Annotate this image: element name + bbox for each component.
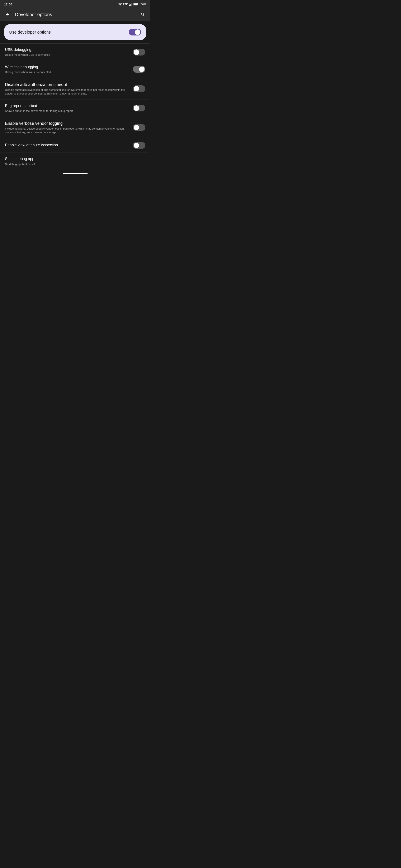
dev-options-toggle-label: Use developer options <box>9 30 51 35</box>
lte-label: LTE <box>123 3 128 6</box>
wireless-debugging-toggle[interactable] <box>133 66 145 72</box>
select-debug-app-subtitle: No debug application set <box>5 162 142 166</box>
svg-rect-2 <box>130 4 131 6</box>
bug-report-item[interactable]: Bug report shortcut Show a button in the… <box>0 100 150 117</box>
usb-debugging-title: USB debugging <box>5 48 130 52</box>
svg-rect-3 <box>131 4 132 6</box>
select-debug-app-title: Select debug app <box>5 156 142 161</box>
dev-options-toggle-card[interactable]: Use developer options <box>4 24 146 40</box>
bug-report-toggle[interactable] <box>133 105 145 112</box>
bug-report-subtitle: Show a button in the power menu for taki… <box>5 109 130 113</box>
view-attribute-item[interactable]: Enable view attribute inspection <box>0 138 150 153</box>
wireless-debugging-content: Wireless debugging Debug mode when Wi-Fi… <box>5 65 133 74</box>
signal-icon <box>129 3 132 6</box>
svg-rect-4 <box>132 3 132 6</box>
usb-debugging-toggle[interactable] <box>133 49 145 56</box>
usb-debugging-content: USB debugging Debug mode when USB is con… <box>5 48 133 57</box>
svg-rect-1 <box>129 5 130 6</box>
main-content: Use developer options USB debugging Debu… <box>0 24 150 170</box>
adb-auth-content: Disable adb authorization timeout Disabl… <box>5 82 133 96</box>
verbose-logging-content: Enable verbose vendor logging Include ad… <box>5 121 133 134</box>
verbose-logging-subtitle: Include additional device-specific vendo… <box>5 127 130 134</box>
back-icon <box>5 12 10 17</box>
home-bar <box>63 174 88 174</box>
status-time: 12:00 <box>4 2 12 6</box>
page-title: Developer options <box>15 12 135 17</box>
verbose-logging-item[interactable]: Enable verbose vendor logging Include ad… <box>0 117 150 138</box>
settings-list: USB debugging Debug mode when USB is con… <box>0 43 150 170</box>
select-debug-app-content: Select debug app No debug application se… <box>5 156 145 166</box>
svg-rect-6 <box>134 3 137 5</box>
adb-auth-toggle[interactable] <box>133 85 145 92</box>
svg-point-0 <box>120 5 120 6</box>
app-bar: Developer options <box>0 8 150 21</box>
bug-report-content: Bug report shortcut Show a button in the… <box>5 103 133 113</box>
verbose-logging-title: Enable verbose vendor logging <box>5 121 130 126</box>
verbose-logging-toggle[interactable] <box>133 124 145 131</box>
view-attribute-toggle[interactable] <box>133 142 145 149</box>
status-bar: 12:00 LTE 100% <box>0 0 150 8</box>
wifi-icon <box>118 3 122 6</box>
battery-level: 100% <box>139 3 146 6</box>
search-button[interactable] <box>139 10 147 19</box>
adb-auth-title: Disable adb authorization timeout <box>5 82 130 87</box>
adb-auth-timeout-item[interactable]: Disable adb authorization timeout Disabl… <box>0 78 150 99</box>
wireless-debugging-subtitle: Debug mode when Wi-Fi is connected <box>5 70 130 74</box>
svg-rect-7 <box>137 4 138 5</box>
usb-debugging-item[interactable]: USB debugging Debug mode when USB is con… <box>0 43 150 61</box>
back-button[interactable] <box>3 10 12 19</box>
select-debug-app-item[interactable]: Select debug app No debug application se… <box>0 153 150 170</box>
view-attribute-title: Enable view attribute inspection <box>5 143 130 148</box>
battery-icon <box>134 3 138 6</box>
home-indicator <box>0 170 150 176</box>
usb-debugging-subtitle: Debug mode when USB is connected <box>5 53 130 57</box>
bug-report-title: Bug report shortcut <box>5 103 130 108</box>
adb-auth-subtitle: Disable automatic revocation of adb auth… <box>5 88 130 96</box>
dev-options-toggle-switch[interactable] <box>128 29 141 35</box>
view-attribute-content: Enable view attribute inspection <box>5 143 133 148</box>
wireless-debugging-title: Wireless debugging <box>5 65 130 69</box>
status-icons: LTE 100% <box>118 3 146 6</box>
wireless-debugging-item[interactable]: Wireless debugging Debug mode when Wi-Fi… <box>0 61 150 78</box>
search-icon <box>140 12 145 17</box>
